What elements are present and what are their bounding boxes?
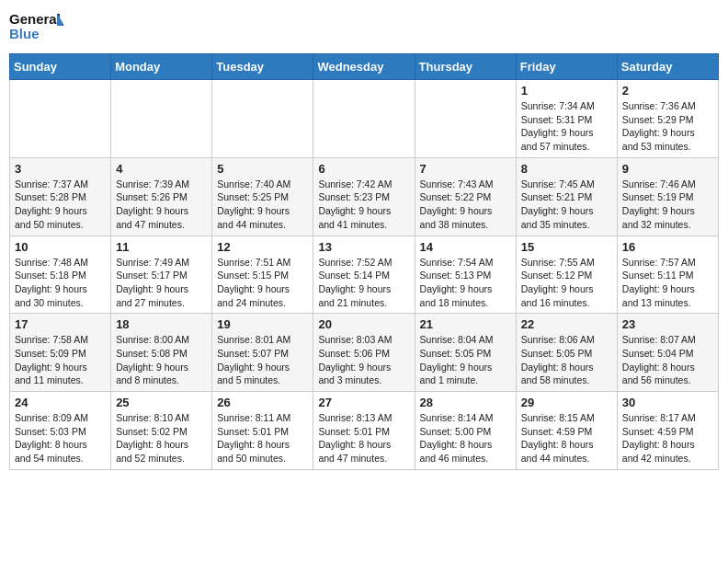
day-info: Sunrise: 8:07 AMSunset: 5:04 PMDaylight:… [622,333,713,387]
day-info: Sunrise: 7:55 AMSunset: 5:12 PMDaylight:… [521,256,612,310]
day-info: Sunrise: 8:04 AMSunset: 5:05 PMDaylight:… [420,333,511,387]
day-number: 1 [521,84,612,98]
day-cell: 29Sunrise: 8:15 AMSunset: 4:59 PMDayligh… [516,392,617,470]
day-number: 24 [15,396,106,409]
day-number: 18 [116,317,207,331]
day-number: 22 [521,317,612,331]
day-info: Sunrise: 7:57 AMSunset: 5:11 PMDaylight:… [622,256,713,310]
day-cell: 22Sunrise: 8:06 AMSunset: 5:05 PMDayligh… [516,314,617,392]
weekday-header-thursday: Thursday [415,54,516,80]
weekday-header-saturday: Saturday [617,54,718,80]
calendar: SundayMondayTuesdayWednesdayThursdayFrid… [9,53,719,470]
day-number: 6 [318,162,409,176]
weekday-header-friday: Friday [516,54,617,80]
day-info: Sunrise: 8:15 AMSunset: 4:59 PMDaylight:… [521,411,612,465]
day-info: Sunrise: 8:01 AMSunset: 5:07 PMDaylight:… [217,333,308,387]
weekday-header-monday: Monday [111,54,212,80]
day-cell: 1Sunrise: 7:34 AMSunset: 5:31 PMDaylight… [516,80,617,158]
day-info: Sunrise: 7:54 AMSunset: 5:13 PMDaylight:… [420,256,511,310]
week-row-2: 3Sunrise: 7:37 AMSunset: 5:28 PMDaylight… [10,157,719,236]
day-info: Sunrise: 7:46 AMSunset: 5:19 PMDaylight:… [622,178,713,232]
day-info: Sunrise: 7:45 AMSunset: 5:21 PMDaylight:… [521,178,612,232]
day-info: Sunrise: 8:00 AMSunset: 5:08 PMDaylight:… [116,333,207,387]
day-number: 23 [622,317,713,331]
day-info: Sunrise: 7:37 AMSunset: 5:28 PMDaylight:… [15,178,106,232]
day-number: 27 [318,396,409,409]
day-number: 16 [622,240,713,254]
page-header: General Blue [9,9,719,48]
day-number: 14 [420,240,511,254]
day-number: 29 [521,396,612,409]
day-cell: 2Sunrise: 7:36 AMSunset: 5:29 PMDaylight… [617,80,718,158]
day-number: 25 [116,396,207,409]
day-cell: 14Sunrise: 7:54 AMSunset: 5:13 PMDayligh… [415,236,516,314]
day-number: 4 [116,162,207,176]
day-cell: 7Sunrise: 7:43 AMSunset: 5:22 PMDaylight… [415,157,516,236]
day-cell: 23Sunrise: 8:07 AMSunset: 5:04 PMDayligh… [617,314,718,392]
day-cell: 25Sunrise: 8:10 AMSunset: 5:02 PMDayligh… [111,392,212,470]
day-cell: 5Sunrise: 7:40 AMSunset: 5:25 PMDaylight… [212,157,313,236]
week-row-5: 24Sunrise: 8:09 AMSunset: 5:03 PMDayligh… [10,392,719,470]
day-cell: 21Sunrise: 8:04 AMSunset: 5:05 PMDayligh… [415,314,516,392]
day-cell: 24Sunrise: 8:09 AMSunset: 5:03 PMDayligh… [10,392,111,470]
day-info: Sunrise: 7:42 AMSunset: 5:23 PMDaylight:… [318,178,409,232]
day-number: 2 [622,84,713,98]
day-cell: 6Sunrise: 7:42 AMSunset: 5:23 PMDaylight… [313,157,415,236]
weekday-header-row: SundayMondayTuesdayWednesdayThursdayFrid… [10,54,719,80]
day-cell: 3Sunrise: 7:37 AMSunset: 5:28 PMDaylight… [10,157,111,236]
day-cell [10,80,111,158]
day-cell: 16Sunrise: 7:57 AMSunset: 5:11 PMDayligh… [617,236,718,314]
day-info: Sunrise: 7:34 AMSunset: 5:31 PMDaylight:… [521,99,612,154]
day-cell: 15Sunrise: 7:55 AMSunset: 5:12 PMDayligh… [516,236,617,314]
day-cell: 11Sunrise: 7:49 AMSunset: 5:17 PMDayligh… [111,236,212,314]
day-cell: 26Sunrise: 8:11 AMSunset: 5:01 PMDayligh… [212,392,313,470]
day-info: Sunrise: 7:43 AMSunset: 5:22 PMDaylight:… [420,178,511,232]
week-row-3: 10Sunrise: 7:48 AMSunset: 5:18 PMDayligh… [10,236,719,314]
day-cell [111,80,212,158]
day-info: Sunrise: 7:52 AMSunset: 5:14 PMDaylight:… [318,256,409,310]
day-number: 9 [622,162,713,176]
day-cell: 30Sunrise: 8:17 AMSunset: 4:59 PMDayligh… [617,392,718,470]
day-number: 26 [217,396,308,409]
day-info: Sunrise: 8:09 AMSunset: 5:03 PMDaylight:… [15,411,106,465]
day-number: 13 [318,240,409,254]
day-cell: 19Sunrise: 8:01 AMSunset: 5:07 PMDayligh… [212,314,313,392]
day-info: Sunrise: 7:58 AMSunset: 5:09 PMDaylight:… [15,333,106,387]
logo-svg: General Blue [9,9,64,48]
day-info: Sunrise: 7:36 AMSunset: 5:29 PMDaylight:… [622,99,713,154]
day-number: 7 [420,162,511,176]
day-number: 30 [622,396,713,409]
day-cell: 12Sunrise: 7:51 AMSunset: 5:15 PMDayligh… [212,236,313,314]
day-info: Sunrise: 7:40 AMSunset: 5:25 PMDaylight:… [217,178,308,232]
day-cell [313,80,415,158]
day-info: Sunrise: 7:49 AMSunset: 5:17 PMDaylight:… [116,256,207,310]
day-cell: 9Sunrise: 7:46 AMSunset: 5:19 PMDaylight… [617,157,718,236]
week-row-1: 1Sunrise: 7:34 AMSunset: 5:31 PMDaylight… [10,80,719,158]
logo: General Blue [9,9,64,48]
day-cell: 4Sunrise: 7:39 AMSunset: 5:26 PMDaylight… [111,157,212,236]
day-number: 21 [420,317,511,331]
day-number: 8 [521,162,612,176]
day-cell [212,80,313,158]
day-info: Sunrise: 8:17 AMSunset: 4:59 PMDaylight:… [622,411,713,465]
day-number: 15 [521,240,612,254]
weekday-header-tuesday: Tuesday [212,54,313,80]
day-number: 10 [15,240,106,254]
weekday-header-wednesday: Wednesday [313,54,415,80]
day-info: Sunrise: 8:14 AMSunset: 5:00 PMDaylight:… [420,411,511,465]
day-cell: 17Sunrise: 7:58 AMSunset: 5:09 PMDayligh… [10,314,111,392]
day-info: Sunrise: 8:03 AMSunset: 5:06 PMDaylight:… [318,333,409,387]
day-cell: 20Sunrise: 8:03 AMSunset: 5:06 PMDayligh… [313,314,415,392]
day-cell: 10Sunrise: 7:48 AMSunset: 5:18 PMDayligh… [10,236,111,314]
day-cell: 28Sunrise: 8:14 AMSunset: 5:00 PMDayligh… [415,392,516,470]
week-row-4: 17Sunrise: 7:58 AMSunset: 5:09 PMDayligh… [10,314,719,392]
day-number: 20 [318,317,409,331]
day-number: 17 [15,317,106,331]
day-number: 11 [116,240,207,254]
day-info: Sunrise: 8:13 AMSunset: 5:01 PMDaylight:… [318,411,409,465]
svg-text:General: General [9,11,61,27]
svg-text:Blue: Blue [9,26,40,41]
day-info: Sunrise: 8:11 AMSunset: 5:01 PMDaylight:… [217,411,308,465]
day-cell: 13Sunrise: 7:52 AMSunset: 5:14 PMDayligh… [313,236,415,314]
day-info: Sunrise: 8:10 AMSunset: 5:02 PMDaylight:… [116,411,207,465]
